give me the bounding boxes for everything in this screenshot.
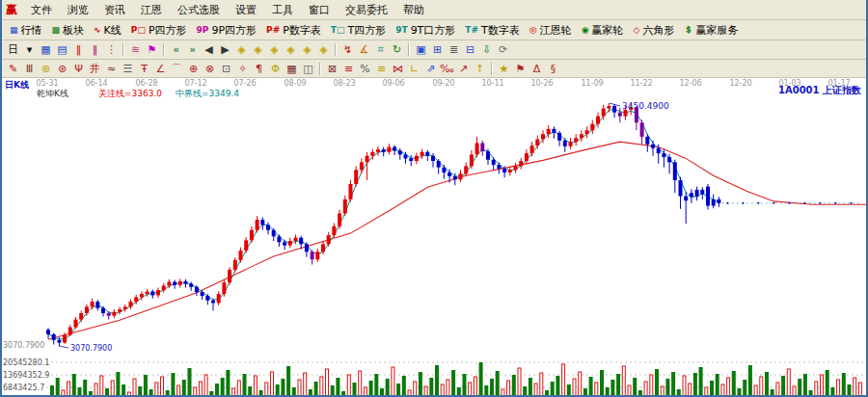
step-back-icon[interactable]: ◀ xyxy=(201,42,217,57)
fib-lines-tool-icon[interactable]: ≡ xyxy=(340,62,357,76)
svg-text:20545280.1: 20545280.1 xyxy=(3,358,49,367)
band-tool-icon[interactable]: ⋈ xyxy=(390,62,406,76)
wave-tool-icon[interactable]: ≈ xyxy=(103,62,120,76)
column-tool-icon[interactable]: ☰ xyxy=(120,62,136,76)
svg-text:08-09: 08-09 xyxy=(284,79,306,88)
report-list-icon[interactable]: ≣ xyxy=(446,42,462,57)
chart-area[interactable]: 05-3106-1406-2807-1207-2608-0908-2309-06… xyxy=(2,78,866,397)
go-last-icon[interactable]: » xyxy=(184,42,201,57)
menu-item-5[interactable]: 公式选股 xyxy=(170,2,228,18)
crosshair-tool-icon[interactable]: ⊕ xyxy=(185,62,202,76)
marker-tool-icon[interactable]: ✧ xyxy=(234,62,251,76)
svg-text:日K线: 日K线 xyxy=(5,80,29,90)
cycle-tool-icon[interactable]: ↻ xyxy=(389,42,405,57)
data-table-icon[interactable]: ⊞ xyxy=(429,42,446,57)
tile-windows-icon[interactable]: ▦ xyxy=(38,42,54,57)
main-chart-svg[interactable]: 05-3106-1406-2807-1207-2608-0908-2309-06… xyxy=(2,78,866,397)
menu-item-2[interactable]: 浏览 xyxy=(60,2,96,18)
toolbar-item-label: P数字表 xyxy=(283,23,321,38)
toolbar-item-t-square[interactable]: T□T四方形 xyxy=(326,23,391,38)
dotted-column-icon[interactable]: ⋮ xyxy=(103,42,120,57)
trident-tool-icon[interactable]: Ψ xyxy=(70,62,87,76)
toolbar-item-winner-wheel[interactable]: ◉赢家轮 xyxy=(577,23,629,38)
menu-item-9[interactable]: 交易委托 xyxy=(338,2,395,18)
angle-measure-icon[interactable]: ∡ xyxy=(356,42,372,57)
kline-red-icon[interactable]: ‖ xyxy=(70,42,87,57)
toolbar-separator xyxy=(319,63,321,75)
split-tool-icon[interactable]: Ŧ xyxy=(136,62,152,76)
flag2-tool-icon[interactable]: ⚑ xyxy=(512,62,529,76)
step-forward-icon[interactable]: ▶ xyxy=(217,42,233,57)
export-icon[interactable]: ⇩ xyxy=(478,42,495,57)
toolbar-item-winner-service[interactable]: ＄赢家服务 xyxy=(679,23,743,38)
toolbar-item-t-digits[interactable]: T#T数字表 xyxy=(460,23,524,38)
star-tool-icon[interactable]: ★ xyxy=(496,62,512,76)
menu-item-6[interactable]: 设置 xyxy=(228,2,264,18)
save-icon[interactable]: ⊟ xyxy=(462,42,478,57)
toolbar-item-kline[interactable]: ∿K线 xyxy=(89,23,126,38)
levels-tool-icon[interactable]: ≡ xyxy=(373,62,390,76)
dense-grid-tool-icon[interactable]: ▦ xyxy=(284,62,300,76)
fan-lines-icon[interactable]: ≋ xyxy=(127,42,144,57)
toolbar-item-gann-wheel[interactable]: ◎江恩轮 xyxy=(525,23,577,38)
golden-section-tool-icon[interactable]: Φ xyxy=(267,62,284,76)
gann-square-tool-icon[interactable]: ⌗ xyxy=(372,42,389,57)
percent-tool-icon[interactable]: % xyxy=(357,62,373,76)
bar-chart-icon[interactable]: ‖ xyxy=(87,42,103,57)
period-selector-icon[interactable]: 日 xyxy=(5,42,21,57)
pencil-tool-icon[interactable]: ✎ xyxy=(5,62,21,76)
menu-item-1[interactable]: 文件 xyxy=(23,2,60,18)
spike-tool-icon[interactable]: ↑ xyxy=(472,62,488,76)
gann-flower2-tool-icon[interactable]: ⊛ xyxy=(54,62,70,76)
price-label-tool-icon[interactable]: ¶ xyxy=(251,62,267,76)
zoom-all-icon[interactable]: ◈ xyxy=(315,42,332,57)
section-tool-icon[interactable]: § xyxy=(545,62,561,76)
toolbar-item-hexagon[interactable]: ◇六角形 xyxy=(628,23,679,38)
app-window: 赢 文件浏览资讯江恩公式选股设置工具窗口交易委托帮助 ▦行情▩板块∿K线P□P四… xyxy=(0,0,868,397)
zoom-out-y-icon[interactable]: ◈ xyxy=(266,42,283,57)
hexagon-icon: ◇ xyxy=(633,25,639,35)
calendar-icon[interactable]: ▣ xyxy=(413,42,429,57)
menu-item-8[interactable]: 窗口 xyxy=(301,2,338,18)
menu-item-4[interactable]: 江恩 xyxy=(133,2,170,18)
zoom-out-x-icon[interactable]: ◈ xyxy=(233,42,250,57)
zoom-in-x-icon[interactable]: ◈ xyxy=(250,42,266,57)
fib-box-tool-icon[interactable]: ⊠ xyxy=(324,62,340,76)
toolbar-item-blocks[interactable]: ▩板块 xyxy=(47,23,90,38)
page-view-icon[interactable]: ▤ xyxy=(54,42,70,57)
angle-tool-icon[interactable]: ∠ xyxy=(152,62,169,76)
arc-tool-icon[interactable]: ⌒ xyxy=(169,62,185,76)
period-dropdown-arrow-icon[interactable]: ▾ xyxy=(21,42,38,57)
dynamic-play-icon[interactable]: ↯ xyxy=(339,42,356,57)
toolbar-item-quotes-grid[interactable]: ▦行情 xyxy=(5,23,47,38)
toolbar-item-p9-square[interactable]: 9P9P四方形 xyxy=(192,23,262,38)
navigation-toolbar: 日▾▦▤‖‖⋮≋⚑«»◀▶◈◈◈◈◈◈↯∡⌗↻▣⊞≣⊟⇩⟳ xyxy=(2,40,866,60)
vertical-lines-tool-icon[interactable]: Ⅲ xyxy=(21,62,38,76)
refresh-icon[interactable]: ⟳ xyxy=(495,42,511,57)
zoom-in-y-icon[interactable]: ◈ xyxy=(283,42,299,57)
go-first-icon[interactable]: « xyxy=(168,42,184,57)
toolbar-separator xyxy=(491,63,493,75)
svg-text:09-06: 09-06 xyxy=(382,79,404,88)
menu-item-7[interactable]: 工具 xyxy=(264,2,301,18)
toolbar-item-p-digits[interactable]: P#P数字表 xyxy=(261,23,326,38)
angle2-tool-icon[interactable]: Δ xyxy=(529,62,545,76)
ratio-tool-icon[interactable]: ‰ xyxy=(439,62,455,76)
gann-flower-tool-icon[interactable]: ⊛ xyxy=(38,62,54,76)
chart-labels: 日K线乾坤K线关注线=3363.0中界线=3349.41A0001 上证指数34… xyxy=(3,80,861,353)
toolbar-item-t9-square[interactable]: 9T9T口方形 xyxy=(391,23,460,38)
gann-grid-tool-icon[interactable]: 井 xyxy=(87,62,103,76)
zoom-reset-icon[interactable]: ◈ xyxy=(299,42,315,57)
slope-tool-icon[interactable]: ⇗ xyxy=(422,62,439,76)
menu-item-3[interactable]: 资讯 xyxy=(96,2,133,18)
select-box-tool-icon[interactable]: ⊡ xyxy=(218,62,234,76)
flag-marker-icon[interactable]: ⚑ xyxy=(144,42,160,57)
snow-tool-icon[interactable]: ⊗ xyxy=(202,62,218,76)
chart-region-tool-icon[interactable]: ◫ xyxy=(300,62,316,76)
winner-wheel-icon: ◉ xyxy=(582,25,589,35)
steps-tool-icon[interactable]: ∟ xyxy=(406,62,422,76)
toolbar-item-p-square[interactable]: P□P四方形 xyxy=(126,23,192,38)
toolbar-item-label: 六角形 xyxy=(642,23,674,38)
arrow-up-tool-icon[interactable]: ↗ xyxy=(455,62,472,76)
menu-item-10[interactable]: 帮助 xyxy=(395,2,432,18)
